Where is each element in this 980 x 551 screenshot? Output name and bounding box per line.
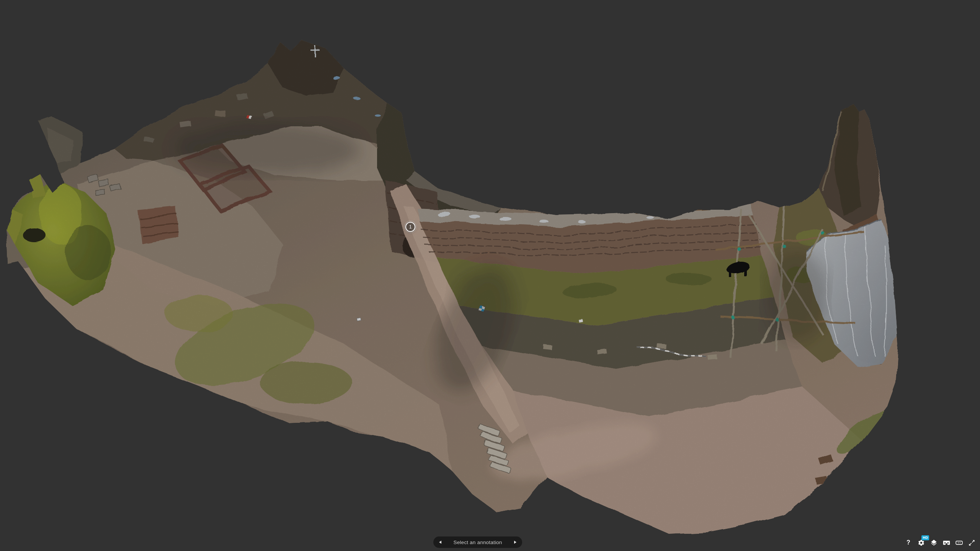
next-annotation-button[interactable] <box>514 541 516 544</box>
stereo-view-icon <box>955 539 963 547</box>
hd-badge: HD <box>921 535 929 540</box>
inspector-button[interactable] <box>930 539 938 546</box>
3d-model-viewport[interactable] <box>0 0 980 551</box>
vr-goggles-icon <box>942 539 951 547</box>
terrain-model <box>0 0 980 551</box>
annotation-selector-label[interactable]: Select an annotation <box>441 540 514 545</box>
annotation-number: 1 <box>409 224 412 230</box>
fullscreen-button[interactable] <box>968 539 975 546</box>
annotation-selector: Select an annotation <box>433 536 522 548</box>
viewer-toolbar: ? HD <box>905 539 975 546</box>
help-button[interactable]: ? <box>905 539 912 546</box>
viewer-stage: 1 Select an annotation ? HD <box>0 0 980 551</box>
fullscreen-icon <box>968 539 975 546</box>
help-icon: ? <box>906 540 910 546</box>
settings-button[interactable]: HD <box>917 539 925 546</box>
annotation-marker-1[interactable]: 1 <box>405 222 415 232</box>
layers-inspector-icon <box>930 539 938 546</box>
vr-button[interactable] <box>942 539 950 546</box>
stereo-view-button[interactable] <box>955 539 963 546</box>
